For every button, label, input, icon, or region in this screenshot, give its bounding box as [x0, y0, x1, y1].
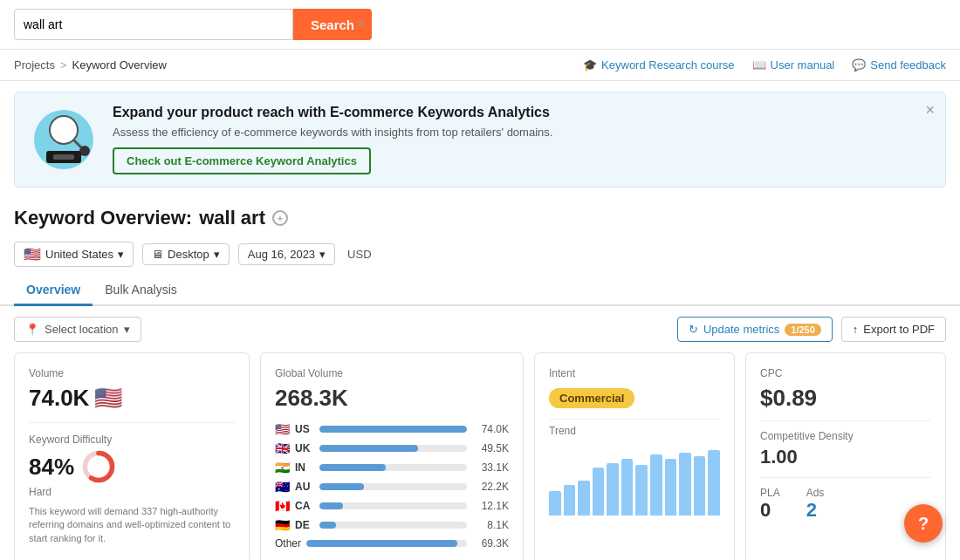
- page-title-prefix: Keyword Overview:: [14, 207, 192, 229]
- pla-item: PLA 0: [760, 487, 780, 522]
- info-icon[interactable]: +: [272, 210, 288, 226]
- location-placeholder: Select location: [45, 323, 119, 336]
- controls-right: ↻ Update metrics 1/250 ↑ Export to PDF: [677, 317, 946, 342]
- ads-value: 2: [806, 499, 825, 522]
- export-label: Export to PDF: [863, 323, 935, 336]
- country-row: 🇨🇦 CA 12.1K: [275, 499, 509, 513]
- pla-label: PLA: [760, 487, 780, 499]
- country-row: 🇩🇪 DE 8.1K: [275, 518, 509, 532]
- trend-chart: [549, 446, 720, 516]
- other-value: 69.3K: [472, 537, 509, 550]
- global-volume-label: Global Volume: [275, 367, 509, 379]
- page-title-keyword: wall art: [199, 207, 265, 229]
- tab-bulk-analysis[interactable]: Bulk Analysis: [93, 276, 189, 306]
- country-bar-bg: [319, 522, 467, 529]
- mortarboard-icon: 🎓: [583, 58, 597, 72]
- cpc-value: $0.89: [760, 385, 931, 412]
- country-flag-icon: 🇬🇧: [275, 441, 290, 455]
- trend-bar: [549, 491, 561, 516]
- country-flag: 🇺🇸: [24, 246, 41, 263]
- country-num: 74.0K: [472, 423, 509, 435]
- date-filter[interactable]: Aug 16, 2023 ▾: [238, 243, 335, 265]
- tabs: Overview Bulk Analysis: [0, 276, 960, 306]
- us-flag-icon: 🇺🇸: [94, 385, 122, 412]
- country-filter[interactable]: 🇺🇸 United States ▾: [14, 242, 134, 267]
- country-bar-fill: [319, 426, 467, 433]
- export-pdf-button[interactable]: ↑ Export to PDF: [841, 317, 946, 342]
- country-bar-bg: [319, 445, 467, 452]
- global-volume-value: 268.3K: [275, 385, 509, 412]
- device-label: Desktop: [168, 248, 209, 261]
- page-title-section: Keyword Overview: wall art +: [0, 198, 960, 236]
- banner-close-icon[interactable]: ×: [925, 101, 935, 120]
- country-bar-bg: [319, 426, 467, 433]
- country-bar-fill: [319, 464, 386, 471]
- difficulty-description: This keyword will demand 337 high-author…: [29, 505, 235, 545]
- date-chevron-icon: ▾: [319, 248, 326, 261]
- location-select[interactable]: 📍 Select location ▾: [14, 317, 141, 342]
- country-row: 🇺🇸 US 74.0K: [275, 422, 509, 436]
- date-label: Aug 16, 2023: [248, 248, 315, 261]
- country-bar-bg: [319, 483, 467, 490]
- chat-icon: 💬: [852, 58, 866, 72]
- keyword-course-link[interactable]: 🎓 Keyword Research course: [583, 58, 734, 72]
- volume-label: Volume: [29, 367, 235, 379]
- country-code: US: [295, 423, 314, 435]
- country-bar-bg: [319, 502, 467, 509]
- clear-icon[interactable]: ×: [357, 17, 365, 32]
- banner-cta-button[interactable]: Check out E-commerce Keyword Analytics: [113, 147, 371, 174]
- banner-illustration: [29, 109, 99, 170]
- other-bar-bg: [306, 540, 467, 547]
- country-code: IN: [295, 461, 314, 474]
- update-metrics-button[interactable]: ↻ Update metrics 1/250: [677, 317, 833, 342]
- country-row: 🇬🇧 UK 49.5K: [275, 441, 509, 455]
- trend-bar: [650, 454, 662, 516]
- search-input[interactable]: [14, 9, 293, 40]
- help-button[interactable]: ?: [904, 504, 943, 543]
- country-bar-fill: [319, 502, 343, 509]
- global-volume-card: Global Volume 268.3K 🇺🇸 US 74.0K 🇬🇧 UK 4…: [260, 352, 524, 560]
- pla-value: 0: [760, 499, 780, 522]
- cpc-label: CPC: [760, 367, 931, 379]
- intent-badge: Commercial: [549, 388, 634, 408]
- country-flag-icon: 🇩🇪: [275, 518, 290, 532]
- difficulty-label: Keyword Difficulty: [29, 434, 235, 446]
- country-label: United States: [45, 248, 113, 261]
- user-manual-link[interactable]: 📖 User manual: [752, 58, 835, 72]
- country-row: 🇮🇳 IN 33.1K: [275, 461, 509, 475]
- trend-bar: [578, 481, 590, 516]
- top-nav-links: 🎓 Keyword Research course 📖 User manual …: [583, 58, 946, 72]
- country-code: CA: [295, 500, 314, 512]
- country-bar-fill: [319, 522, 336, 529]
- banner-description: Assess the efficiency of e-commerce keyw…: [113, 126, 931, 139]
- trend-bar: [679, 453, 691, 516]
- cards-grid: Volume 74.0K 🇺🇸 Keyword Difficulty 84% H…: [0, 352, 960, 560]
- promotion-banner: Expand your product reach with E-commerc…: [14, 92, 946, 188]
- country-num: 49.5K: [472, 442, 509, 454]
- device-filter[interactable]: 🖥 Desktop ▾: [142, 243, 230, 265]
- intent-trend-card: Intent Commercial Trend: [534, 352, 735, 560]
- page-title: Keyword Overview: wall art +: [14, 207, 946, 229]
- country-flag-icon: 🇮🇳: [275, 461, 290, 475]
- svg-point-2: [55, 121, 72, 139]
- difficulty-value: 84%: [29, 454, 74, 481]
- breadcrumb-parent[interactable]: Projects: [14, 58, 55, 72]
- update-badge: 1/250: [785, 324, 821, 336]
- other-label: Other: [275, 537, 301, 550]
- top-nav: Projects > Keyword Overview 🎓 Keyword Re…: [0, 50, 960, 81]
- tab-overview[interactable]: Overview: [14, 276, 93, 306]
- trend-bar: [593, 468, 605, 516]
- hard-label: Hard: [29, 486, 235, 498]
- controls-row: 📍 Select location ▾ ↻ Update metrics 1/2…: [0, 306, 960, 352]
- breadcrumb-current: Keyword Overview: [72, 58, 167, 72]
- trend-bar: [564, 485, 576, 516]
- search-bar: × Search: [0, 0, 960, 50]
- country-row: 🇦🇺 AU 22.2K: [275, 480, 509, 494]
- svg-rect-6: [53, 154, 74, 160]
- density-label: Competitive Density: [760, 430, 931, 442]
- location-pin-icon: 📍: [25, 323, 39, 336]
- refresh-icon: ↻: [689, 323, 698, 336]
- country-flag-icon: 🇦🇺: [275, 480, 290, 494]
- send-feedback-link[interactable]: 💬 Send feedback: [852, 58, 946, 72]
- trend-bar: [607, 463, 619, 516]
